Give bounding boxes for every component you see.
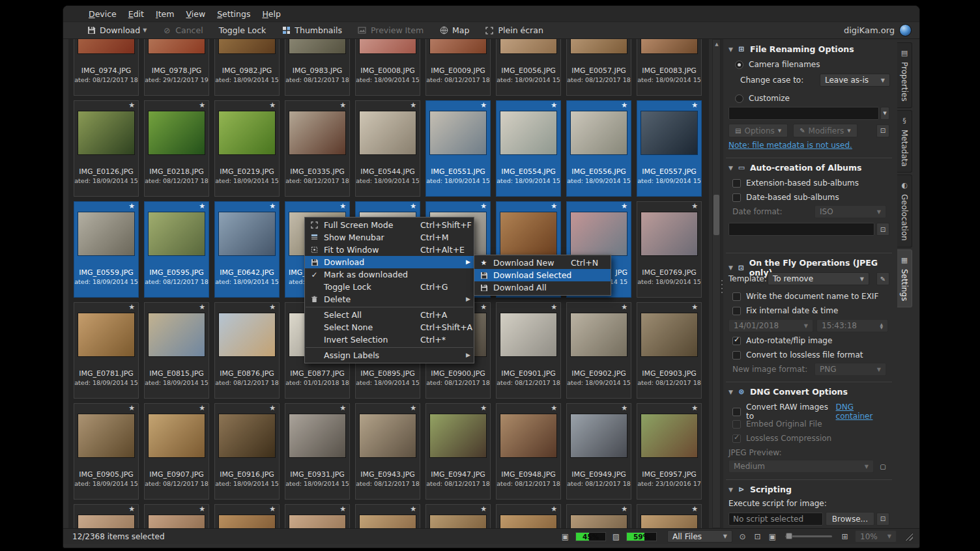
- tab-geolocation[interactable]: ◐Geolocation: [897, 175, 912, 247]
- section-file-renaming[interactable]: ▼ ⊞ File Renaming Options: [728, 44, 889, 54]
- rename-pattern-input[interactable]: [728, 107, 879, 120]
- extension-subalbums-checkbox[interactable]: [732, 179, 741, 188]
- options-button[interactable]: ▤ Options ▼: [728, 124, 788, 137]
- metadata-note-link[interactable]: Note: file metadata is not used.: [728, 141, 852, 150]
- thumbnail-cell-img-e0595-jpg[interactable]: ★IMG_E0595.JPGated: 08/12/2017 18: [144, 201, 209, 298]
- change-case-select[interactable]: Leave as-is▼: [820, 74, 890, 87]
- zoom-slider-handle[interactable]: [786, 533, 792, 539]
- thumbnail-cell-img-e0557-jpg[interactable]: ★IMG_E0557.JPGated: 18/09/2014 15: [637, 100, 702, 197]
- rename-history-button[interactable]: ⊡: [876, 124, 889, 137]
- thumbnail-cell-img-e0769-jpg[interactable]: ★IMG_E0769.JPGated: 18/09/2014 15: [637, 201, 702, 298]
- album-history-button[interactable]: ⊡: [876, 223, 889, 236]
- thumbnail-cell[interactable]: ★: [637, 504, 702, 528]
- thumbnail-cell[interactable]: ★: [496, 504, 561, 528]
- lossless-checkbox[interactable]: [732, 351, 741, 360]
- toggle-lock-button[interactable]: Toggle Lock: [219, 25, 267, 35]
- lossless-compression-checkbox[interactable]: [732, 434, 741, 443]
- thumbnail-cell[interactable]: ★: [355, 504, 420, 528]
- thumbnail-cell-img-0982-jpg[interactable]: ★IMG_0982.JPGated: 18/09/2014 15: [214, 39, 280, 96]
- menu-item-download-selected[interactable]: Download Selected: [474, 269, 611, 281]
- thumbnail-cell-img-e0948-jpg[interactable]: ★IMG_E0948.JPGated: 08/12/2017 18: [496, 403, 561, 500]
- thumbnail-cell-img-e0901-jpg[interactable]: ★IMG_E0901.JPGated: 08/12/2017 18: [496, 302, 561, 399]
- scrollbar-thumb[interactable]: [713, 195, 719, 235]
- thumbnail-cell-img-e0781-jpg[interactable]: ★IMG_E0781.JPGated: 18/09/2014 15: [74, 302, 139, 399]
- menu-edit[interactable]: Edit: [122, 7, 150, 21]
- convert-raw-row[interactable]: Convert RAW images to DNG container: [732, 403, 889, 421]
- thumbnail-cell-img-e0949-jpg[interactable]: ★IMG_E0949.JPGated: 08/12/2017 18: [566, 403, 631, 500]
- zoom-in-icon[interactable]: ⊞: [840, 532, 850, 541]
- thumbnail-cell-img-e0947-jpg[interactable]: ★IMG_E0947.JPGated: 08/12/2017 18: [425, 403, 491, 500]
- thumbnail-cell[interactable]: ★: [214, 504, 280, 528]
- extension-subalbums-row[interactable]: Extension-based sub-albums: [732, 178, 889, 188]
- thumbnail-cell-img-e0902-jpg[interactable]: ★IMG_E0902.JPGated: 18/09/2014 15: [566, 302, 631, 399]
- thumbnail-cell-img-e0556-jpg[interactable]: ★IMG_E0556.JPGated: 18/09/2014 15: [566, 100, 631, 197]
- template-select[interactable]: To remove▼: [768, 272, 869, 285]
- thumbnail-cell[interactable]: ★: [566, 504, 631, 528]
- map-button[interactable]: Map: [439, 25, 469, 35]
- embed-original-row[interactable]: Embed Original File: [732, 419, 889, 429]
- fit-select-icon[interactable]: ⊡: [753, 532, 762, 541]
- dng-container-link[interactable]: DNG container: [836, 403, 889, 421]
- menu-item-show-menubar[interactable]: Show MenubarCtrl+M: [305, 231, 474, 244]
- camera-filenames-radio-row[interactable]: Camera filenames: [735, 60, 889, 69]
- menu-item-select-all[interactable]: Select AllCtrl+A: [305, 309, 474, 321]
- tab-settings[interactable]: ▦Settings: [897, 249, 912, 307]
- lossless-row[interactable]: Convert to lossless file format: [732, 350, 889, 360]
- thumbnail-cell-img-e0551-jpg[interactable]: ★IMG_E0551.JPGated: 18/09/2014 15: [425, 100, 491, 197]
- menu-item-fit-to-window[interactable]: Fit to WindowCtrl+Alt+E: [305, 244, 474, 256]
- menu-item-select-none[interactable]: Select NoneCtrl+Shift+A: [305, 321, 474, 333]
- menu-item-full-screen-mode[interactable]: Full Screen ModeCtrl+Shift+F: [305, 219, 474, 231]
- thumbnail-cell-img-e0815-jpg[interactable]: ★IMG_E0815.JPGated: 18/09/2014 15: [144, 302, 209, 399]
- thumbnail-cell-img-e0931-jpg[interactable]: ★IMG_E0931.JPGated: 18/09/2014 15: [285, 403, 350, 500]
- thumbnail-cell-img-e0903-jpg[interactable]: ★IMG_E0903.JPGated: 08/12/2017 18: [637, 302, 702, 399]
- zoom-slider[interactable]: [785, 535, 832, 537]
- lossless-compression-row[interactable]: Lossless Compression: [732, 434, 889, 443]
- autorotate-row[interactable]: Auto-rotate/flip image: [732, 336, 889, 345]
- download-button[interactable]: Download ▼: [87, 25, 147, 35]
- thumbnail-cell-img-e0957-jpg[interactable]: ★IMG_E0957.JPGated: 23/10/2016 17: [637, 403, 702, 500]
- thumbnail-cell-img-e0905-jpg[interactable]: ★IMG_E0905.JPGated: 18/09/2014 15: [74, 403, 139, 500]
- menu-item-toggle-lock[interactable]: Toggle LockCtrl+G: [305, 281, 474, 293]
- menu-help[interactable]: Help: [256, 7, 287, 21]
- embed-original-checkbox[interactable]: [732, 420, 741, 429]
- fullscreen-button[interactable]: Plein écran: [485, 25, 543, 35]
- autorotate-checkbox[interactable]: [732, 337, 741, 345]
- menu-device[interactable]: Device: [83, 7, 122, 21]
- write-exif-checkbox[interactable]: [732, 292, 741, 301]
- thumbnail-cell-img-e0876-jpg[interactable]: ★IMG_E0876.JPGated: 08/12/2017 18: [214, 302, 280, 399]
- fix-datetime-checkbox[interactable]: [732, 307, 741, 315]
- date-format-select[interactable]: ISO▼: [814, 205, 886, 218]
- convert-raw-checkbox[interactable]: [732, 408, 741, 416]
- customize-radio-row[interactable]: Customize: [735, 94, 889, 103]
- zoom-out-icon[interactable]: ▣: [768, 532, 777, 541]
- menu-item-download[interactable]: Download▶: [305, 256, 474, 268]
- pattern-dropdown-button[interactable]: ▼: [880, 107, 889, 120]
- thumbnail-cell-img-e0126-jpg[interactable]: ★IMG_E0126.JPGated: 18/09/2014 15: [74, 100, 139, 197]
- thumbnail-cell-img-e0335-jpg[interactable]: ★IMG_E0335.JPGated: 08/12/2017 18: [285, 100, 350, 197]
- thumbnail-cell-img-e0943-jpg[interactable]: ★IMG_E0943.JPGated: 08/12/2017 18: [355, 403, 420, 500]
- thumbnails-button[interactable]: Thumbnails: [281, 25, 342, 35]
- thumbnail-cell[interactable]: ★: [74, 504, 139, 528]
- menu-settings[interactable]: Settings: [211, 7, 256, 21]
- script-input[interactable]: No script selected: [728, 513, 823, 526]
- thumbnail-cell-img-e0907-jpg[interactable]: ★IMG_E0907.JPGated: 08/12/2017 18: [144, 403, 209, 500]
- date-subalbums-row[interactable]: Date-based sub-albums: [732, 193, 889, 202]
- script-history-button[interactable]: ⊡: [876, 513, 889, 526]
- time-field[interactable]: 15:43:18 ▲▼: [816, 319, 888, 332]
- thumbnail-cell-img-e0008-jpg[interactable]: ★IMG_E0008.JPGated: 18/09/2014 15: [355, 39, 420, 96]
- menu-item-download-all[interactable]: Download All: [474, 281, 611, 294]
- cancel-button[interactable]: ⊘ Cancel: [162, 25, 203, 35]
- thumbnail-cell-img-e0056-jpg[interactable]: ★IMG_E0056.JPGated: 18/09/2014 15: [496, 39, 561, 96]
- date-field[interactable]: 14/01/2018▼: [728, 319, 813, 332]
- zoom-level-select[interactable]: 10%▼: [855, 530, 897, 543]
- section-dng[interactable]: ▼ ⊛ DNG Convert Options: [728, 387, 889, 397]
- menu-item-assign-labels[interactable]: Assign Labels▶: [305, 349, 474, 361]
- thumbnail-cell[interactable]: ★: [144, 504, 209, 528]
- menu-item-invert-selection[interactable]: Invert SelectionCtrl+*: [305, 333, 474, 346]
- date-subalbums-checkbox[interactable]: [732, 193, 741, 202]
- thumbnail-cell[interactable]: ★: [425, 504, 491, 528]
- thumbnail-cell-img-e0009-jpg[interactable]: ★IMG_E0009.JPGated: 08/12/2017 18: [425, 39, 491, 96]
- thumbnail-cell-img-e0057-jpg[interactable]: ★IMG_E0057.JPGated: 08/12/2017 18: [566, 39, 631, 96]
- customize-radio[interactable]: [735, 94, 743, 103]
- thumbnail-cell-img-0983-jpg[interactable]: ★IMG_0983.JPGated: 08/12/2017 18: [285, 39, 350, 96]
